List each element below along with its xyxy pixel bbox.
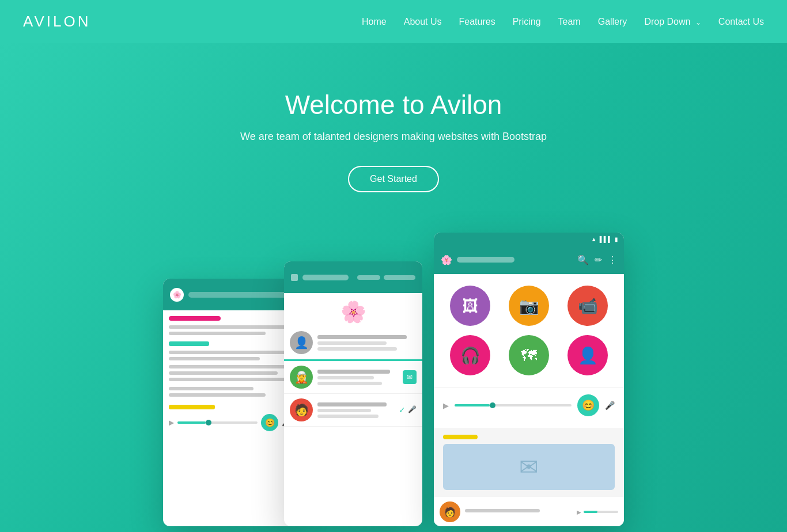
lotus-big-icon: 🌸 bbox=[340, 300, 366, 324]
nav-links: Home About Us Features Pricing Team Gall… bbox=[362, 17, 764, 27]
card-area: ✉ bbox=[434, 428, 624, 497]
app-icon-headphones[interactable]: 🎧 bbox=[450, 335, 490, 375]
avatar-icon: 😊 bbox=[261, 414, 278, 431]
list-item: 🧝 ✉ bbox=[284, 361, 422, 394]
nav-item-about[interactable]: About Us bbox=[404, 17, 442, 27]
hero-section: Welcome to Avilon We are team of talante… bbox=[0, 43, 787, 532]
avatar-player: 😊 bbox=[577, 394, 599, 416]
app-icon-maps[interactable]: 🗺 bbox=[509, 335, 549, 375]
play-icon-small: ▶ bbox=[577, 509, 581, 515]
nav-item-team[interactable]: Team bbox=[558, 17, 581, 27]
checkmark-icon: ✓ bbox=[399, 405, 406, 415]
bottom-row: 🧑 ▶ bbox=[434, 497, 624, 526]
phone3-header: 🌸 🔍 ✏ ⋮ bbox=[434, 245, 624, 274]
progress-fill bbox=[455, 404, 490, 406]
yellow-tag bbox=[443, 435, 478, 439]
nav-item-home[interactable]: Home bbox=[362, 17, 387, 27]
app-icon-video[interactable]: 📹 bbox=[567, 286, 608, 326]
play-button-icon[interactable]: ▶ bbox=[443, 401, 449, 410]
list-item: 🧑 ✓ 🎤 bbox=[284, 394, 422, 427]
navbar: AVILON Home About Us Features Pricing Te… bbox=[0, 0, 787, 43]
progress-bar bbox=[455, 404, 572, 406]
play-icon: ▶ bbox=[169, 419, 174, 427]
mic-icon-2: 🎤 bbox=[408, 405, 417, 415]
get-started-button[interactable]: Get Started bbox=[348, 166, 439, 192]
orange-avatar: 🧑 bbox=[440, 501, 460, 522]
phone1-body: ▶ 😊 🎤 bbox=[163, 310, 296, 442]
nav-item-gallery[interactable]: Gallery bbox=[598, 17, 627, 27]
lotus-icon: 🌸 bbox=[170, 288, 184, 302]
progress-dot bbox=[490, 402, 495, 408]
phone-mockup-3: ▲ ▌▌▌ ▮ 🌸 🔍 ✏ ⋮ 🖼 📷 📹 🎧 🗺 bbox=[434, 233, 624, 526]
list-item: 👤 bbox=[284, 326, 422, 359]
phone2-body: 🌸 👤 🧝 bbox=[284, 293, 422, 427]
phone1-header: 🌸 bbox=[163, 279, 296, 310]
hero-subtitle: We are team of talanted designers making… bbox=[240, 131, 547, 143]
battery-icon: ▮ bbox=[615, 236, 618, 242]
phone-mockup-2: 🌸 👤 🧝 bbox=[284, 261, 422, 526]
header-action-icons: 🔍 ✏ ⋮ bbox=[577, 254, 617, 265]
envelope-card: ✉ bbox=[443, 444, 615, 490]
more-icon[interactable]: ⋮ bbox=[608, 254, 617, 265]
nav-item-dropdown[interactable]: Drop Down ⌄ bbox=[644, 17, 701, 27]
edit-icon[interactable]: ✏ bbox=[595, 254, 602, 265]
chevron-down-icon: ⌄ bbox=[695, 18, 701, 26]
mic-icon-player: 🎤 bbox=[605, 401, 615, 410]
phone3-status-bar: ▲ ▌▌▌ ▮ bbox=[434, 233, 624, 245]
wifi-icon: ▲ bbox=[591, 236, 597, 242]
app-icon-camera[interactable]: 📷 bbox=[509, 286, 549, 326]
brand-logo[interactable]: AVILON bbox=[23, 13, 90, 31]
nav-item-features[interactable]: Features bbox=[459, 17, 495, 27]
nav-item-pricing[interactable]: Pricing bbox=[513, 17, 541, 27]
lotus-header-icon: 🌸 bbox=[441, 254, 452, 265]
hero-title: Welcome to Avilon bbox=[285, 89, 502, 120]
header-search-bar bbox=[188, 292, 289, 298]
phone-mockup-1: 🌸 bbox=[163, 279, 296, 526]
search-icon[interactable]: 🔍 bbox=[577, 254, 589, 265]
pink-line bbox=[169, 316, 221, 321]
signal-icon: ▌▌▌ bbox=[600, 236, 612, 242]
mockups-container: 🌸 bbox=[157, 227, 630, 526]
app-icon-profile[interactable]: 👤 bbox=[567, 335, 608, 375]
audio-player-area: ▶ 😊 🎤 bbox=[434, 387, 624, 423]
phone2-header bbox=[284, 261, 422, 293]
app-icon-gallery[interactable]: 🖼 bbox=[450, 286, 490, 326]
nav-item-contact[interactable]: Contact Us bbox=[718, 17, 764, 27]
app-icons-grid: 🖼 📷 📹 🎧 🗺 👤 bbox=[434, 274, 624, 387]
